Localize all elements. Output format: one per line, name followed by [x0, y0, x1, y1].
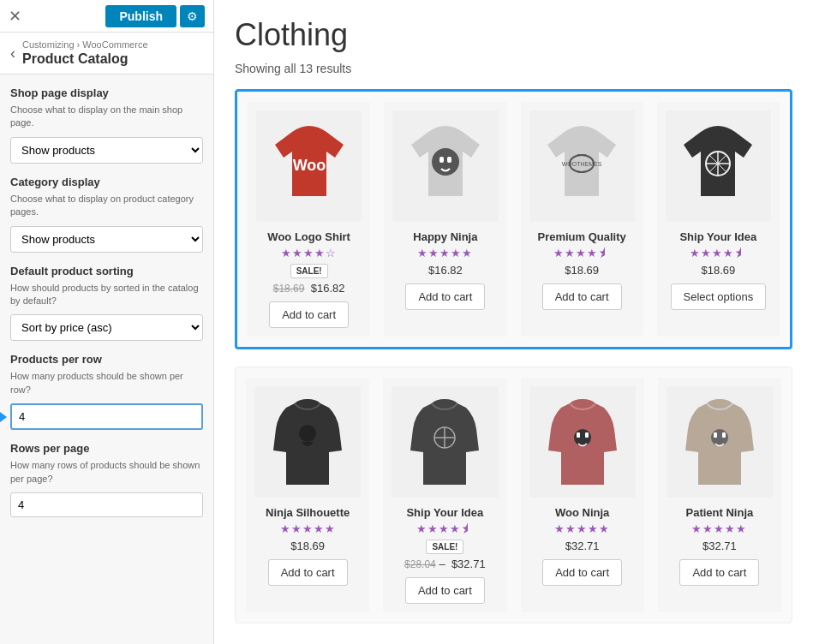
product-name: Happy Ninja [413, 230, 477, 243]
category-display-section: Category display Choose what to display … [10, 176, 203, 265]
page-title: Clothing [235, 17, 792, 53]
settings-button[interactable]: ⚙ [180, 5, 205, 27]
category-display-select[interactable]: Show products Show categories Show categ… [10, 226, 203, 253]
add-to-cart-button[interactable]: Add to cart [405, 577, 485, 604]
add-to-cart-button[interactable]: Add to cart [268, 559, 348, 586]
product-price: $18.69 [565, 264, 599, 277]
publish-button[interactable]: Publish [105, 5, 176, 27]
add-to-cart-button[interactable]: Add to cart [269, 301, 349, 328]
product-name: Premium Quality [537, 230, 625, 243]
section-desc-per-row: How many products should be shown per ro… [10, 370, 203, 397]
product-image-premium-quality: WOOTHEMES [529, 110, 635, 222]
products-per-row-input[interactable] [10, 403, 203, 430]
svg-rect-3 [447, 157, 451, 163]
section-title-per-row: Products per row [10, 353, 203, 366]
product-image-woo-logo: Woo [256, 110, 362, 222]
svg-point-18 [711, 429, 728, 446]
product-image-woo-ninja [529, 386, 636, 498]
svg-rect-17 [585, 432, 589, 438]
sidebar-content: Shop page display Choose what to display… [0, 75, 213, 644]
product-price: $32.71 [565, 540, 600, 552]
product-price: $18.69 [701, 264, 735, 277]
product-card-woo-logo-shirt: Woo Woo Logo Shirt ★★★★☆ SALE! $18.69 $1… [248, 102, 370, 337]
section-title-sorting: Default product sorting [10, 265, 203, 277]
add-to-cart-button[interactable]: Add to cart [542, 559, 622, 586]
add-to-cart-button[interactable]: Add to cart [405, 283, 485, 310]
price-old: $28.04 [404, 558, 436, 570]
product-price: $32.71 [702, 540, 737, 552]
shop-page-display-select[interactable]: Show products Show categories Show categ… [10, 137, 203, 164]
main-content: Clothing Showing all 13 results Woo Woo … [214, 0, 813, 644]
product-name: Patient Ninja [686, 506, 754, 519]
product-stars: ★★★★★ [280, 522, 336, 535]
svg-rect-2 [439, 157, 444, 163]
price-new: $16.82 [311, 282, 345, 295]
section-title-rows: Rows per page [10, 442, 203, 455]
product-image-ship-your-idea-hoodie [392, 386, 498, 498]
add-to-cart-button[interactable]: Add to cart [542, 283, 622, 310]
sale-badge: SALE! [290, 264, 328, 278]
price-old: $18.69 [273, 283, 305, 295]
svg-rect-20 [722, 432, 726, 438]
sidebar-nav-info: Customizing › WooCommerce Product Catalo… [22, 39, 148, 67]
svg-point-15 [574, 429, 591, 446]
svg-rect-16 [577, 432, 580, 438]
breadcrumb: Customizing › WooCommerce [22, 39, 148, 50]
price-new: $32.71 [451, 558, 486, 570]
rows-per-page-input[interactable] [10, 492, 203, 517]
showing-results-text: Showing all 13 results [235, 62, 792, 75]
product-stars: ★★★★★ [554, 522, 610, 535]
section-title-shop-page: Shop page display [10, 86, 203, 99]
product-grid-row2: Ninja Silhouette ★★★★★ $18.69 Add to car… [235, 367, 792, 623]
close-button[interactable]: ✕ [9, 7, 21, 26]
product-grid-row1: Woo Woo Logo Shirt ★★★★☆ SALE! $18.69 $1… [235, 89, 792, 349]
product-stars: ★★★★⯨ [690, 247, 746, 259]
arrow-head-icon [0, 412, 7, 422]
product-image-patient-ninja [667, 386, 773, 498]
add-to-cart-button[interactable]: Add to cart [679, 559, 759, 586]
sorting-select[interactable]: Sort by price (asc) Sort by price (desc)… [10, 314, 203, 341]
product-stars: ★★★★⯨ [416, 522, 473, 535]
product-stars: ★★★★★ [691, 522, 747, 535]
section-desc-shop-page: Choose what to display on the main shop … [10, 104, 203, 130]
svg-point-11 [299, 425, 316, 442]
product-price: $16.82 [428, 264, 463, 277]
product-card-happy-ninja: Happy Ninja ★★★★★ $16.82 Add to cart [384, 102, 506, 337]
product-name: Ship Your Idea [679, 230, 756, 243]
section-desc-rows: How many rows of products should be show… [10, 459, 203, 486]
product-image-happy-ninja [392, 110, 498, 222]
sorting-section: Default product sorting How should produ… [10, 265, 203, 354]
svg-text:WOOTHEMES: WOOTHEMES [562, 161, 602, 167]
product-card-ninja-silhouette: Ninja Silhouette ★★★★★ $18.69 Add to car… [246, 378, 369, 612]
product-price: $28.04 – $32.71 [404, 558, 486, 570]
rows-per-page-section: Rows per page How many rows of products … [10, 442, 203, 517]
section-desc-category: Choose what to display on product catego… [10, 193, 203, 219]
sidebar-section-title: Product Catalog [22, 51, 148, 67]
publish-group: Publish ⚙ [105, 5, 205, 27]
product-name: Woo Logo Shirt [267, 230, 350, 243]
product-image-ship-your-idea [666, 110, 771, 222]
sale-badge: SALE! [426, 540, 463, 554]
product-price: $18.69 [290, 540, 325, 552]
section-desc-sorting: How should products by sorted in the cat… [10, 282, 203, 308]
product-name: Woo Ninja [555, 506, 609, 519]
shop-page-display-section: Shop page display Choose what to display… [10, 86, 203, 176]
product-card-ship-your-idea: Ship Your Idea ★★★★⯨ $18.69 Select optio… [657, 102, 780, 337]
product-name: Ninja Silhouette [266, 506, 350, 519]
section-title-category: Category display [10, 176, 203, 188]
sidebar-nav: ‹ Customizing › WooCommerce Product Cata… [0, 33, 213, 75]
products-per-row-section: Products per row How many products shoul… [10, 353, 203, 430]
svg-text:Woo: Woo [292, 157, 326, 174]
product-card-patient-ninja: Patient Ninja ★★★★★ $32.71 Add to cart [658, 378, 781, 612]
product-stars: ★★★★☆ [281, 247, 337, 259]
sidebar: ✕ Publish ⚙ ‹ Customizing › WooCommerce … [0, 0, 214, 644]
product-image-ninja-silhouette [254, 386, 361, 498]
arrow-annotation [0, 412, 7, 422]
product-name: Ship Your Idea [406, 506, 483, 519]
product-card-premium-quality: WOOTHEMES Premium Quality ★★★★⯨ $18.69 A… [521, 102, 643, 337]
products-per-row-input-container [10, 403, 203, 430]
back-button[interactable]: ‹ [10, 45, 15, 63]
select-options-button[interactable]: Select options [671, 283, 767, 310]
sidebar-topbar: ✕ Publish ⚙ [0, 0, 213, 33]
product-card-woo-ninja: Woo Ninja ★★★★★ $32.71 Add to cart [521, 378, 644, 612]
